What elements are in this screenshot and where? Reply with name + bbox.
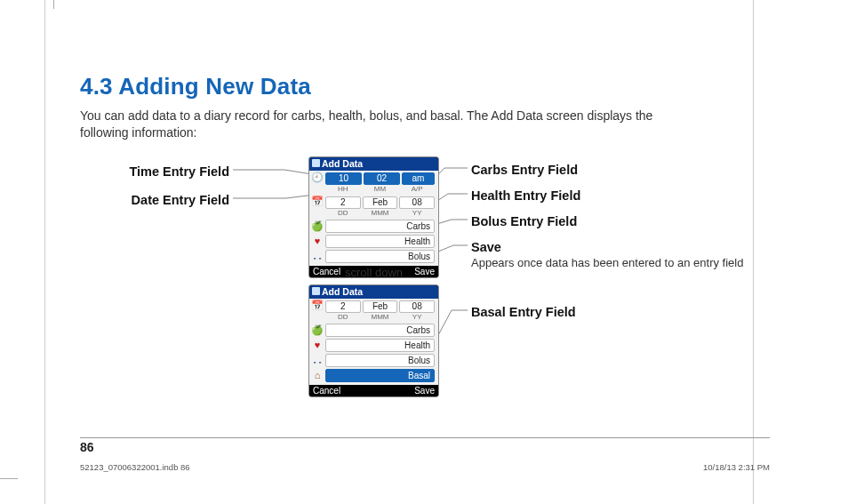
health-field[interactable]: Health <box>325 235 435 248</box>
title-icon <box>312 287 320 295</box>
bolus-icon: ⸼⸼ <box>309 355 325 365</box>
date-yy-field[interactable]: 08 <box>399 196 435 209</box>
intro-paragraph: You can add data to a diary record for c… <box>80 108 667 141</box>
carbs-field[interactable]: Carbs <box>325 220 435 233</box>
device-screenshot-2: Add Data 📅 2 Feb 08 DD MMM YY 🍏 <box>309 285 438 396</box>
print-file: 52123_07006322001.indb 86 <box>80 462 190 472</box>
cancel-softkey[interactable]: Cancel <box>313 386 340 396</box>
heart-icon: ♥ <box>309 236 325 246</box>
print-mark: 52123_07006322001.indb 86 10/18/13 2:31 … <box>80 462 770 472</box>
date-mmm-field[interactable]: Feb <box>363 196 398 209</box>
bolus-field[interactable]: Bolus <box>325 250 435 263</box>
time-ap-field[interactable]: am <box>402 172 435 185</box>
bolus-field[interactable]: Bolus <box>325 354 435 367</box>
date-dd-field[interactable]: 2 <box>325 300 361 313</box>
footer-rule <box>80 437 770 438</box>
basal-field[interactable]: Basal <box>325 369 435 382</box>
time-hh-field[interactable]: 10 <box>325 172 362 185</box>
device-title: Add Data <box>309 157 438 171</box>
apple-icon: 🍏 <box>309 220 325 232</box>
print-stamp: 10/18/13 2:31 PM <box>703 462 770 472</box>
calendar-icon: 📅 <box>309 195 325 209</box>
scroll-down-label: scroll down <box>309 266 438 279</box>
bolus-icon: ⸼⸼ <box>309 251 325 261</box>
carbs-field[interactable]: Carbs <box>325 324 435 337</box>
apple-icon: 🍏 <box>309 324 325 336</box>
annotated-diagram: Time Entry Field Date Entry Field Carbs … <box>80 157 770 451</box>
date-dd-field[interactable]: 2 <box>325 196 361 209</box>
time-mm-field[interactable]: 02 <box>364 172 400 185</box>
title-icon <box>312 159 320 167</box>
page-number: 86 <box>80 440 94 454</box>
basal-icon: ⌂ <box>309 370 325 380</box>
section-heading: 4.3 Adding New Data <box>80 73 770 100</box>
heart-icon: ♥ <box>309 340 325 350</box>
save-softkey[interactable]: Save <box>414 386 435 396</box>
device-screenshot-1: Add Data 🕘 10 02 am HH MM A/P 📅 <box>309 157 438 277</box>
health-field[interactable]: Health <box>325 339 435 352</box>
calendar-icon: 📅 <box>309 299 325 313</box>
date-mmm-field[interactable]: Feb <box>363 300 398 313</box>
device-title: Add Data <box>309 285 438 299</box>
date-yy-field[interactable]: 08 <box>399 300 435 313</box>
clock-icon: 🕘 <box>309 171 325 185</box>
